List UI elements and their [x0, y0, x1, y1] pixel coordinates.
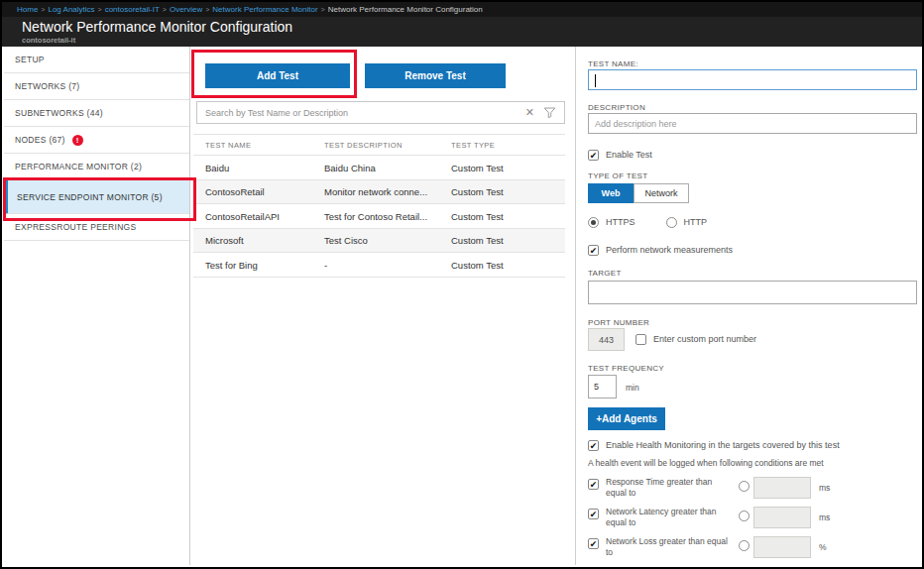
cell-test-description: Monitor network conne... [324, 186, 427, 197]
column-header-test-type[interactable]: TEST TYPE [451, 141, 495, 150]
network-latency-radio[interactable] [739, 511, 750, 521]
sidebar-item-subnetworks[interactable]: SUBNETWORKS (44) [4, 100, 189, 127]
breadcrumb-separator: > [41, 6, 45, 13]
response-time-radio[interactable] [739, 481, 750, 492]
search-input[interactable] [197, 108, 525, 118]
warning-icon: ! [72, 135, 83, 146]
cell-test-description: Baidu China [324, 162, 376, 172]
port-number-label: PORT NUMBER [588, 318, 649, 327]
sidebar-item-label: EXPRESSROUTE PEERINGS [15, 222, 137, 232]
test-list-panel: Add Test Remove Test ✕ TEST NAME TEST DE… [191, 47, 575, 565]
sidebar-item-label: PERFORMANCE MONITOR (2) [15, 162, 142, 171]
table-row[interactable]: ContosoRetail Monitor network conne... C… [193, 180, 565, 205]
https-label: HTTPS [606, 217, 635, 227]
breadcrumb-separator: > [205, 6, 209, 13]
breadcrumb-log-analytics[interactable]: Log Analytics [48, 5, 94, 14]
sidebar-item-label: SUBNETWORKS (44) [15, 108, 103, 118]
sidebar-item-label: SERVICE ENDPOINT MONITOR (5) [17, 192, 163, 202]
sidebar-item-networks[interactable]: NETWORKS (7) [4, 73, 189, 100]
perform-network-label: Perform network measurements [606, 245, 733, 255]
network-latency-checkbox[interactable]: ✔ [588, 509, 599, 519]
add-agents-button[interactable]: +Add Agents [588, 407, 665, 430]
breadcrumb-workspace[interactable]: contosoretail-IT [105, 5, 160, 14]
table-row[interactable]: Baidu Baidu China Custom Test [193, 156, 565, 180]
top-bar: Home>Log Analytics>contosoretail-IT>Over… [2, 2, 922, 17]
sidebar-item-expressroute-peerings[interactable]: EXPRESSROUTE PEERINGS [4, 214, 189, 241]
enable-test-row: ✔ Enable Test [588, 150, 652, 161]
test-name-input[interactable] [588, 69, 917, 90]
sidebar-item-label: NODES (67) [15, 135, 65, 145]
frequency-input[interactable] [588, 375, 617, 398]
network-loss-radio[interactable] [739, 540, 750, 551]
health-monitoring-checkbox[interactable]: ✔ [588, 440, 599, 451]
add-test-button[interactable]: Add Test [205, 63, 350, 88]
cell-test-name: ContosoRetailAPI [205, 210, 280, 221]
sidebar-item-setup[interactable]: SETUP [4, 47, 189, 73]
condition-row-response-time: ✔ Response Time greater than equal to ms [588, 477, 830, 499]
breadcrumb-overview[interactable]: Overview [170, 5, 202, 14]
type-of-test-label: TYPE OF TEST [588, 171, 647, 180]
tests-table: TEST NAME TEST DESCRIPTION TEST TYPE Bai… [193, 134, 565, 278]
sidebar-item-label: SETUP [15, 55, 45, 64]
sidebar-item-performance-monitor[interactable]: PERFORMANCE MONITOR (2) [4, 154, 189, 180]
search-box: ✕ [196, 101, 565, 124]
page-title: Network Performance Monitor Configuratio… [22, 19, 292, 35]
workspace-subtitle: contosoretail-it [22, 36, 75, 45]
test-details-form: TEST NAME: DESCRIPTION ✔ Enable Test TYP… [575, 47, 924, 565]
test-name-label: TEST NAME: [588, 59, 638, 68]
remove-test-button[interactable]: Remove Test [365, 63, 506, 88]
table-row[interactable]: Microsoft Test Cisco Custom Test [193, 229, 565, 254]
enable-test-label: Enable Test [606, 150, 652, 160]
perform-network-checkbox[interactable]: ✔ [588, 245, 599, 256]
cell-test-description: - [324, 259, 327, 270]
response-time-checkbox[interactable]: ✔ [588, 479, 599, 490]
filter-icon[interactable] [543, 106, 556, 119]
response-time-input [753, 477, 811, 499]
breadcrumb-separator: > [321, 6, 325, 13]
description-label: DESCRIPTION [588, 103, 645, 112]
table-row[interactable]: Test for Bing - Custom Test [193, 253, 565, 278]
column-header-test-description[interactable]: TEST DESCRIPTION [324, 141, 403, 150]
perform-network-row: ✔ Perform network measurements [588, 245, 733, 256]
http-label: HTTP [684, 217, 708, 227]
target-label: TARGET [588, 269, 622, 278]
network-loss-checkbox[interactable]: ✔ [588, 538, 599, 549]
breadcrumb-separator: > [163, 6, 167, 13]
type-network-button[interactable]: Network [634, 183, 689, 203]
health-monitoring-row: ✔ Enable Health Monitoring in the target… [588, 440, 840, 451]
column-header-test-name[interactable]: TEST NAME [205, 141, 251, 150]
network-latency-unit: ms [819, 512, 830, 522]
response-time-label: Response Time greater than equal to [606, 477, 733, 499]
http-radio[interactable] [666, 217, 677, 228]
npm-configuration-window: Home>Log Analytics>contosoretail-IT>Over… [0, 0, 924, 569]
network-loss-input [753, 536, 811, 558]
breadcrumb-npm[interactable]: Network Performance Monitor [212, 5, 317, 14]
cell-test-type: Custom Test [451, 162, 504, 172]
breadcrumb-home[interactable]: Home [17, 5, 38, 14]
custom-port-label: Enter custom port number [653, 334, 756, 344]
health-event-note: A health event will be logged when follo… [588, 458, 824, 468]
cell-test-type: Custom Test [451, 210, 504, 221]
sidebar: SETUP NETWORKS (7) SUBNETWORKS (44) NODE… [4, 47, 190, 565]
breadcrumb-current-page: Network Performance Monitor Configuratio… [328, 5, 483, 14]
table-row[interactable]: ContosoRetailAPI Test for Contoso Retail… [193, 204, 565, 229]
cell-test-type: Custom Test [451, 235, 504, 246]
enable-test-checkbox[interactable]: ✔ [588, 150, 599, 161]
sidebar-item-label: NETWORKS (7) [15, 81, 79, 91]
description-input[interactable] [588, 113, 917, 134]
sidebar-item-nodes[interactable]: NODES (67) ! [4, 127, 189, 154]
sidebar-item-service-endpoint-monitor[interactable]: SERVICE ENDPOINT MONITOR (5) [4, 180, 189, 214]
text-cursor [595, 74, 596, 87]
type-web-button[interactable]: Web [588, 183, 634, 203]
cell-test-type: Custom Test [451, 259, 504, 270]
target-input[interactable] [588, 281, 917, 304]
cell-test-name: Baidu [205, 162, 229, 172]
custom-port-checkbox[interactable] [635, 334, 646, 345]
clear-search-icon[interactable]: ✕ [525, 107, 534, 118]
health-monitoring-label: Enable Health Monitoring in the targets … [606, 440, 840, 450]
network-latency-input [753, 507, 811, 528]
https-radio[interactable] [588, 217, 599, 228]
title-bar: Network Performance Monitor Configuratio… [2, 17, 922, 47]
condition-row-network-latency: ✔ Network Latency greater than equal to … [588, 507, 830, 528]
cell-test-name: Test for Bing [205, 259, 258, 270]
